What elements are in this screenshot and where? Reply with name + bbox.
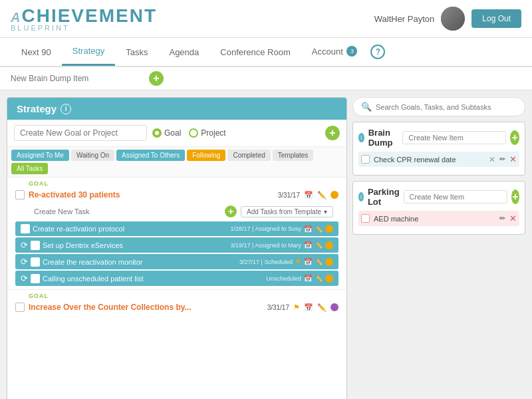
tab-assigned-to-others[interactable]: Assigned To Others — [116, 150, 185, 161]
goal-1-date: 3/31/17 — [278, 192, 300, 199]
nav-label-next90: Next 90 — [21, 47, 51, 57]
task-2-checkbox[interactable] — [31, 241, 40, 250]
radio-project-circle — [189, 128, 198, 138]
brain-dump-info-icon[interactable]: i — [358, 133, 364, 142]
brain-dump-item-1-edit-icon[interactable]: ✏ — [499, 155, 505, 164]
brain-dump-input[interactable] — [11, 74, 144, 83]
brain-dump-card-title: Brain Dump — [368, 128, 399, 148]
tab-completed[interactable]: Completed — [227, 150, 270, 161]
radio-project-label: Project — [201, 128, 225, 138]
nav-item-next90[interactable]: Next 90 — [11, 39, 62, 65]
brain-dump-item-1-delete-icon[interactable]: ✕ — [509, 154, 517, 164]
brain-dump-item-1-text: Check CPR renewal date — [374, 156, 485, 164]
help-button[interactable]: ? — [370, 45, 385, 59]
task-3-sync-icon: ⟳ — [21, 257, 28, 267]
task-4-meta: Unscheduled — [266, 275, 301, 282]
task-3-flag-icon: ⚑ — [295, 258, 301, 265]
task-2-sync-icon: ⟳ — [21, 240, 28, 250]
add-task-button[interactable]: + — [225, 205, 237, 217]
brain-dump-card-add-button[interactable]: + — [510, 130, 519, 145]
task-3-checkbox[interactable] — [31, 257, 40, 267]
logo: ACHIEVEMENT BLUEPRINT — [11, 5, 157, 32]
goal-2-date: 3/31/17 — [267, 304, 289, 311]
nav-item-account[interactable]: Account 3 — [301, 39, 368, 66]
brain-dump-item-1-checkbox[interactable] — [361, 155, 370, 164]
goal-2-title: Increase Over the Counter Collections by… — [29, 303, 263, 312]
task-3-status-dot — [325, 258, 333, 266]
tab-following[interactable]: Following — [187, 150, 225, 161]
goal-section-2: GOAL Increase Over the Counter Collectio… — [7, 289, 346, 317]
task-2-meta: 3/19/17 | Assigned to Mary — [231, 242, 301, 249]
task-1-cal-icon[interactable]: 📅 — [304, 225, 312, 233]
task-3-edit-icon[interactable]: ✏️ — [315, 258, 323, 265]
task-4-cal-icon[interactable]: 📅 — [304, 275, 312, 282]
goal-2-checkbox[interactable] — [15, 303, 25, 312]
goal-section-1: GOAL Re-activated 30 patients 3/31/17 📅 … — [7, 178, 346, 289]
nav-item-strategy[interactable]: Strategy — [62, 38, 115, 66]
task-4-checkbox[interactable] — [31, 274, 40, 283]
template-chevron-icon: ▾ — [324, 208, 327, 215]
brain-dump-card-input[interactable] — [402, 131, 506, 144]
parking-lot-info-icon[interactable]: i — [358, 192, 364, 201]
goal-1-edit-icon[interactable]: ✏️ — [317, 191, 327, 200]
strategy-toolbar: Goal Project + — [7, 120, 346, 147]
add-goal-button[interactable]: + — [325, 126, 340, 140]
task-1-edit-icon[interactable]: ✏️ — [315, 225, 323, 233]
task-1-status-dot — [325, 225, 333, 233]
main-nav: Next 90 Strategy Tasks Agenda Conference… — [0, 38, 532, 67]
goal-1-checkbox[interactable] — [15, 190, 25, 200]
create-task-input[interactable] — [34, 207, 221, 215]
search-icon: 🔍 — [361, 102, 372, 112]
radio-goal-label: Goal — [164, 128, 181, 138]
tab-assigned-to-me[interactable]: Assigned To Me — [11, 150, 69, 161]
goal-2-row: Increase Over the Counter Collections by… — [13, 301, 341, 314]
task-3-cal-icon[interactable]: 📅 — [304, 258, 312, 265]
goal-1-row: Re-activated 30 patients 3/31/17 📅 ✏️ — [13, 188, 341, 201]
task-2-cal-icon[interactable]: 📅 — [304, 241, 312, 249]
parking-lot-item-1: AED machine ✏ ✕ — [358, 211, 519, 226]
goal-1-cal-icon[interactable]: 📅 — [304, 191, 313, 200]
parking-lot-card-add-button[interactable]: + — [511, 190, 519, 204]
radio-goal-circle — [152, 128, 162, 138]
parking-lot-item-1-delete-icon[interactable]: ✕ — [509, 213, 517, 223]
nav-item-tasks[interactable]: Tasks — [115, 39, 158, 65]
avatar-image — [441, 7, 465, 31]
brain-dump-add-button[interactable]: + — [149, 71, 164, 86]
radio-project[interactable]: Project — [189, 128, 225, 138]
task-4-name: Calling unscheduled patient list — [43, 275, 263, 283]
search-input[interactable] — [376, 103, 517, 111]
logout-button[interactable]: Log Out — [471, 9, 521, 28]
task-2-edit-icon[interactable]: ✏️ — [315, 241, 323, 249]
tab-waiting-on[interactable]: Waiting On — [71, 150, 114, 161]
radio-goal[interactable]: Goal — [152, 128, 181, 138]
parking-lot-card-header: i Parking Lot + — [358, 187, 519, 207]
nav-item-agenda[interactable]: Agenda — [158, 39, 209, 65]
parking-lot-item-1-checkbox[interactable] — [361, 214, 370, 223]
logo-text: CHIEVEMENT — [21, 5, 157, 26]
goal-2-edit-icon[interactable]: ✏️ — [317, 303, 327, 312]
goal-2-cal-icon[interactable]: 📅 — [304, 303, 313, 312]
add-from-template-button[interactable]: Add Tasks from Template ▾ — [241, 206, 333, 217]
task-filter-tabs: Assigned To Me Waiting On Assigned To Ot… — [7, 147, 346, 178]
parking-lot-card-input[interactable] — [404, 190, 507, 203]
tab-all-tasks[interactable]: All Tasks — [11, 163, 48, 174]
nav-item-conference-room[interactable]: Conference Room — [209, 39, 301, 65]
task-1-name: Create re-activation protocol — [33, 225, 228, 233]
create-goal-input[interactable] — [14, 125, 147, 141]
parking-lot-card-title: Parking Lot — [368, 187, 400, 207]
goal-2-label: GOAL — [13, 293, 341, 299]
task-4-sync-icon: ⟳ — [21, 273, 28, 283]
avatar — [441, 7, 465, 31]
header: ACHIEVEMENT BLUEPRINT WaltHer Payton Log… — [0, 0, 532, 38]
tab-templates[interactable]: Templates — [273, 150, 314, 161]
parking-lot-item-1-edit-icon[interactable]: ✏ — [499, 214, 505, 223]
brain-dump-item-1-x-icon[interactable]: ✕ — [489, 155, 495, 164]
task-4-status-dot — [325, 275, 333, 283]
task-4-edit-icon[interactable]: ✏️ — [315, 275, 323, 282]
header-right: WaltHer Payton Log Out — [374, 7, 521, 31]
strategy-info-icon[interactable]: i — [61, 104, 71, 114]
logo-a: A — [11, 10, 21, 25]
nav-label-tasks: Tasks — [126, 47, 148, 57]
main-content: Strategy i Goal Project + Assigned To Me… — [0, 90, 532, 399]
task-1-checkbox[interactable] — [21, 224, 30, 233]
